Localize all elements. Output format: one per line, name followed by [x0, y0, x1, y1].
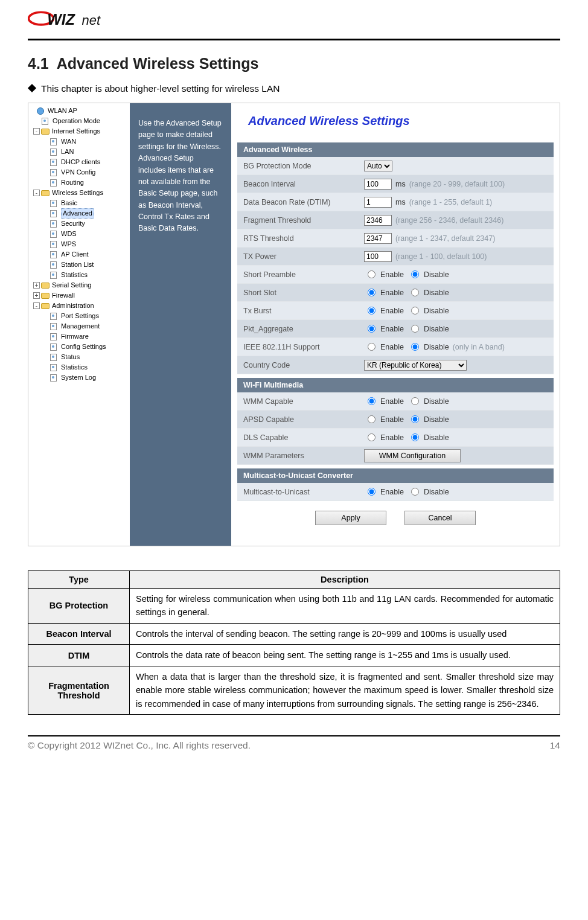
- tree-item[interactable]: WDS: [28, 229, 130, 239]
- input-fragment-threshold[interactable]: [364, 215, 392, 226]
- tree-item[interactable]: WAN: [28, 136, 130, 147]
- radio-tx-burst-enable[interactable]: [368, 307, 375, 315]
- tree-item[interactable]: DHCP clients: [28, 157, 130, 167]
- tree-item[interactable]: Config Settings: [28, 342, 130, 352]
- radio-pkt-aggregate-enable[interactable]: [368, 325, 375, 333]
- tree-item[interactable]: -Wireless Settings: [28, 188, 130, 198]
- input-rts-threshold[interactable]: [364, 233, 392, 244]
- tree-item-label: WPS: [61, 240, 76, 249]
- radio-dls-capable-disable[interactable]: [411, 433, 419, 441]
- footer-rule: [28, 735, 560, 736]
- radio-wmm-capable-disable[interactable]: [411, 397, 419, 405]
- tree-item[interactable]: Firmware: [28, 331, 130, 342]
- opt-enable: Enable: [380, 488, 404, 496]
- tree-item-label: Basic: [61, 199, 77, 208]
- tree-item[interactable]: Status: [28, 352, 130, 362]
- tree-item-label: DHCP clients: [61, 158, 100, 167]
- label-tx-power: TX Power: [237, 252, 364, 261]
- radio-m2u-disable[interactable]: [411, 488, 419, 496]
- wmm-header: Wi-Fi Multimedia: [237, 378, 554, 392]
- collapse-icon[interactable]: -: [33, 190, 40, 196]
- tree-item[interactable]: +Serial Setting: [28, 280, 130, 290]
- label-short-preamble: Short Preamble: [237, 270, 364, 279]
- cancel-button[interactable]: Cancel: [404, 511, 476, 525]
- tree-item-label: Statistics: [61, 363, 88, 372]
- page-icon: [50, 210, 59, 217]
- tree-item-label: Firmware: [61, 332, 89, 342]
- mcast-header: Multicast-to-Unicast Converter: [237, 468, 554, 483]
- tree-item-label: Routing: [61, 178, 84, 188]
- tree-item[interactable]: -Internet Settings: [28, 126, 130, 136]
- select-bg-protection[interactable]: Auto: [364, 161, 392, 171]
- radio-tx-burst-disable[interactable]: [411, 307, 419, 315]
- tree-item[interactable]: LAN: [28, 147, 130, 157]
- opt-enable: Enable: [380, 325, 404, 333]
- radio-m2u-enable[interactable]: [368, 488, 375, 496]
- tree-item[interactable]: System Log: [28, 372, 130, 383]
- tree-root[interactable]: WLAN AP: [28, 106, 130, 116]
- tree-item-label: Advanced: [61, 208, 94, 219]
- row-beacon-interval: Beacon Interval ms (range 20 - 999, defa…: [237, 175, 554, 193]
- tree-item[interactable]: WPS: [28, 239, 130, 249]
- label-short-slot: Short Slot: [237, 289, 364, 297]
- expand-icon[interactable]: +: [33, 282, 40, 289]
- radio-short-preamble-enable[interactable]: [368, 270, 375, 278]
- tree-item[interactable]: Management: [28, 321, 130, 331]
- opt-disable: Disable: [424, 488, 449, 496]
- cell-description: Controls the data rate of beacon being s…: [130, 645, 560, 666]
- apply-button[interactable]: Apply: [315, 511, 386, 525]
- input-beacon-interval[interactable]: [364, 179, 392, 190]
- tree-item[interactable]: Basic: [28, 198, 130, 208]
- page-icon: [50, 138, 59, 145]
- tree-item[interactable]: Station List: [28, 260, 130, 270]
- label-wmm-capable: WMM Capable: [237, 397, 364, 406]
- tree-item[interactable]: Security: [28, 219, 130, 229]
- label-ieee80211h: IEEE 802.11H Support: [237, 343, 364, 351]
- collapse-icon[interactable]: -: [33, 128, 40, 135]
- expand-icon[interactable]: +: [33, 292, 40, 299]
- tree-item[interactable]: Advanced: [28, 208, 130, 219]
- cell-description: When a data that is larger than the thre…: [130, 666, 560, 714]
- tree-item[interactable]: +Firewall: [28, 290, 130, 301]
- wmm-configuration-button[interactable]: WMM Configuration: [364, 449, 461, 462]
- radio-short-preamble-disable[interactable]: [411, 270, 419, 278]
- tree-item[interactable]: Operation Mode: [28, 116, 130, 126]
- tree-item[interactable]: Statistics: [28, 362, 130, 372]
- tree-item[interactable]: Statistics: [28, 270, 130, 280]
- tree-item[interactable]: Routing: [28, 177, 130, 188]
- page-icon: [50, 374, 59, 382]
- select-country-code[interactable]: KR (Republic of Korea): [364, 360, 467, 371]
- label-bg-protection: BG Protection Mode: [237, 162, 364, 170]
- opt-disable: Disable: [424, 307, 449, 315]
- opt-disable: Disable: [424, 397, 449, 406]
- header-rule: [28, 39, 560, 40]
- tree-item[interactable]: Port Settings: [28, 311, 130, 321]
- radio-wmm-capable-enable[interactable]: [368, 397, 375, 405]
- wiznet-logo: WIZ net: [28, 6, 560, 39]
- radio-short-slot-disable[interactable]: [411, 289, 419, 296]
- radio-apsd-capable-enable[interactable]: [368, 415, 375, 423]
- radio-pkt-aggregate-disable[interactable]: [411, 325, 419, 333]
- folder-open-icon: [41, 190, 50, 197]
- input-dtim[interactable]: [364, 197, 392, 208]
- row-wmm-capable: WMM Capable Enable Disable: [237, 392, 554, 410]
- input-tx-power[interactable]: [364, 251, 392, 262]
- th-desc: Description: [130, 571, 560, 589]
- label-pkt-aggregate: Pkt_Aggregate: [237, 325, 364, 333]
- collapse-icon[interactable]: -: [33, 302, 40, 309]
- table-row: Fragmentation ThresholdWhen a data that …: [28, 666, 560, 714]
- radio-apsd-capable-disable[interactable]: [411, 415, 419, 423]
- button-bar: Apply Cancel: [237, 501, 554, 542]
- radio-dls-capable-enable[interactable]: [368, 433, 375, 441]
- tree-item[interactable]: -Administration: [28, 301, 130, 311]
- radio-ieee80211h-enable[interactable]: [368, 343, 375, 351]
- tree-item[interactable]: VPN Config: [28, 167, 130, 177]
- tree-item-label: AP Client: [61, 250, 89, 260]
- radio-ieee80211h-disable[interactable]: [411, 343, 419, 351]
- page-icon: [50, 220, 59, 228]
- row-bg-protection: BG Protection Mode Auto: [237, 157, 554, 175]
- tree-item-label: WDS: [61, 229, 77, 239]
- radio-short-slot-enable[interactable]: [368, 289, 375, 296]
- tree-item[interactable]: AP Client: [28, 249, 130, 260]
- tree-item-label: Station List: [61, 260, 94, 270]
